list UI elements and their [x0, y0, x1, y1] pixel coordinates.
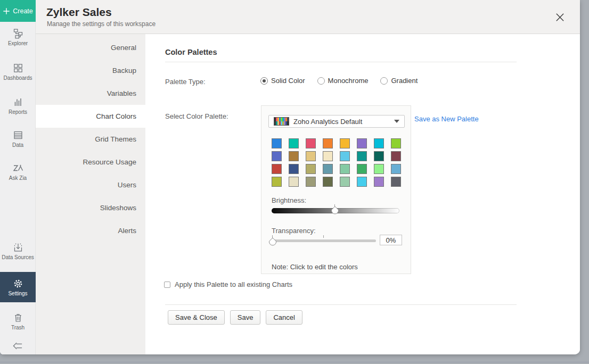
color-swatch-r2-c7[interactable]	[374, 151, 384, 161]
apply-palette-label: Apply this Palette to all existing Chart…	[175, 280, 292, 288]
color-swatch-r4-c1[interactable]	[272, 177, 282, 187]
apply-palette-row: Apply this Palette to all existing Chart…	[164, 280, 292, 288]
cancel-button[interactable]: Cancel	[266, 310, 302, 325]
color-swatch-r4-c4[interactable]	[323, 177, 333, 187]
apply-palette-checkbox[interactable]	[164, 282, 170, 288]
radio-circle-icon	[260, 77, 268, 85]
palette-type-label: Palette Type:	[165, 78, 206, 86]
settings-nav-variables[interactable]: Variables	[36, 82, 145, 105]
dashboards-icon	[13, 63, 23, 73]
section-heading: Color Palettes	[165, 48, 217, 56]
sidebar-item-settings[interactable]: Settings	[0, 272, 36, 302]
explorer-icon	[13, 28, 23, 39]
collapse-icon	[12, 341, 23, 351]
save-close-button[interactable]: Save & Close	[168, 310, 225, 325]
settings-nav-resource-usage[interactable]: Resource Usage	[36, 151, 145, 173]
sidebar-item-data-sources[interactable]: Data Sources	[0, 241, 36, 260]
radio-gradient[interactable]: Gradient	[380, 77, 418, 85]
divider	[165, 62, 517, 62]
sidebar-item-label: Dashboards	[4, 75, 32, 81]
transparency-slider[interactable]	[272, 239, 376, 242]
palette-dropdown-value: Zoho Analytics Default	[293, 118, 390, 126]
color-swatch-r1-c1[interactable]	[272, 138, 282, 148]
data-sources-icon	[13, 242, 23, 253]
settings-nav-alerts[interactable]: Alerts	[36, 219, 145, 242]
sidebar-item-trash[interactable]: Trash	[0, 311, 36, 330]
color-swatch-r3-c4[interactable]	[323, 164, 333, 174]
reports-icon	[13, 97, 23, 107]
palette-note: Note: Click to edit the colors	[272, 263, 358, 271]
color-swatch-r3-c3[interactable]	[306, 164, 316, 174]
close-icon[interactable]	[553, 11, 566, 23]
color-swatch-r1-c8[interactable]	[391, 138, 401, 148]
color-swatch-r4-c7[interactable]	[374, 177, 384, 187]
data-icon	[13, 130, 23, 140]
sidebar-item-reports[interactable]: Reports	[0, 95, 36, 115]
plus-icon	[3, 7, 10, 15]
radio-label: Gradient	[391, 77, 418, 85]
color-swatch-r2-c5[interactable]	[340, 151, 350, 161]
settings-nav: GeneralBackupVariablesChart ColorsGrid T…	[36, 34, 145, 354]
ask-zia-icon	[12, 163, 24, 173]
color-swatch-r1-c2[interactable]	[289, 138, 299, 148]
trash-icon	[13, 312, 23, 323]
color-swatch-r2-c8[interactable]	[391, 151, 401, 161]
radio-circle-icon	[317, 77, 325, 85]
settings-icon	[13, 278, 23, 289]
settings-nav-general[interactable]: General	[36, 36, 145, 59]
color-swatch-r3-c1[interactable]	[272, 164, 282, 174]
radio-solid-color[interactable]: Solid Color	[260, 77, 305, 85]
settings-nav-slideshows[interactable]: Slideshows	[36, 196, 145, 219]
settings-nav-grid-themes[interactable]: Grid Themes	[36, 128, 145, 151]
color-swatch-r4-c3[interactable]	[306, 177, 316, 187]
color-swatch-grid	[272, 138, 401, 187]
save-as-new-palette-link[interactable]: Save as New Palette	[414, 115, 479, 123]
color-swatch-r1-c4[interactable]	[323, 138, 333, 148]
color-swatch-r1-c3[interactable]	[306, 138, 316, 148]
settings-nav-chart-colors[interactable]: Chart Colors	[36, 105, 145, 128]
color-swatch-r4-c6[interactable]	[357, 177, 367, 187]
color-swatch-r3-c8[interactable]	[391, 164, 401, 174]
workspace-settings-dialog: ExplorerDashboardsReportsDataAsk ZiaData…	[0, 0, 580, 354]
color-swatch-r2-c6[interactable]	[357, 151, 367, 161]
sidebar-item-data[interactable]: Data	[0, 128, 36, 148]
color-swatch-r4-c2[interactable]	[289, 177, 299, 187]
transparency-value: 0%	[380, 235, 402, 245]
palette-dropdown[interactable]: Zoho Analytics Default	[268, 115, 405, 128]
color-swatch-r1-c6[interactable]	[357, 138, 367, 148]
settings-nav-backup[interactable]: Backup	[36, 59, 145, 82]
color-swatch-r4-c8[interactable]	[391, 177, 401, 187]
sidebar-item-explorer[interactable]: Explorer	[0, 27, 36, 46]
color-swatch-r2-c3[interactable]	[306, 151, 316, 161]
color-swatch-r2-c1[interactable]	[272, 151, 282, 161]
brightness-label: Brightness:	[272, 196, 306, 204]
radio-monochrome[interactable]: Monochrome	[317, 77, 369, 85]
color-swatch-r1-c7[interactable]	[374, 138, 384, 148]
divider	[165, 304, 517, 305]
collapse-sidebar-button[interactable]	[0, 339, 36, 351]
backdrop-edge	[0, 362, 589, 362]
radio-circle-icon	[380, 77, 388, 85]
transparency-slider-handle[interactable]	[268, 237, 277, 246]
save-button[interactable]: Save	[230, 310, 261, 325]
brightness-slider-handle[interactable]	[331, 206, 339, 214]
color-swatch-r3-c2[interactable]	[289, 164, 299, 174]
color-swatch-r3-c6[interactable]	[357, 164, 367, 174]
select-palette-label: Select Color Palette:	[165, 112, 228, 120]
sidebar-item-label: Trash	[11, 325, 24, 330]
workspace-subtitle: Manage the settings of this workspace	[47, 20, 156, 28]
transparency-label: Transparency:	[272, 227, 316, 235]
sidebar-item-dashboards[interactable]: Dashboards	[0, 61, 36, 81]
color-swatch-r3-c5[interactable]	[340, 164, 350, 174]
color-swatch-r2-c4[interactable]	[323, 151, 333, 161]
color-swatch-r4-c5[interactable]	[340, 177, 350, 187]
create-button[interactable]: Create	[0, 0, 36, 22]
sidebar-item-label: Reports	[9, 109, 27, 115]
sidebar-item-label: Settings	[8, 291, 27, 296]
color-swatch-r2-c2[interactable]	[289, 151, 299, 161]
color-swatch-r3-c7[interactable]	[374, 164, 384, 174]
sidebar-item-ask-zia[interactable]: Ask Zia	[0, 161, 36, 181]
sidebar-item-label: Ask Zia	[9, 175, 27, 181]
settings-nav-users[interactable]: Users	[36, 173, 145, 196]
color-swatch-r1-c5[interactable]	[340, 138, 350, 148]
